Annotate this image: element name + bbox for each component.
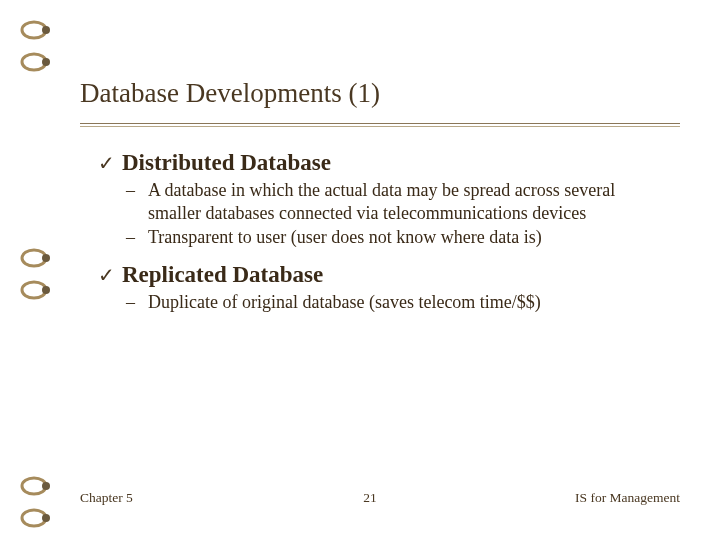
sub-list: – Duplicate of original database (saves … [126, 291, 680, 314]
sub-text: A database in which the actual data may … [148, 179, 668, 225]
checkmark-icon: ✓ [98, 149, 116, 177]
footer-page-number: 21 [240, 490, 500, 506]
topic-heading: Distributed Database [122, 149, 331, 177]
sub-list: – A database in which the actual data ma… [126, 179, 680, 249]
sub-text: Duplicate of original database (saves te… [148, 291, 541, 314]
binder-rings [0, 0, 58, 540]
svg-point-3 [42, 58, 50, 66]
footer-right: IS for Management [500, 490, 680, 506]
svg-point-11 [42, 514, 50, 522]
sub-text: Transparent to user (user does not know … [148, 226, 542, 249]
ring-icon [20, 476, 54, 496]
svg-point-1 [42, 26, 50, 34]
slide-footer: Chapter 5 21 IS for Management [80, 490, 680, 506]
sub-item: – Transparent to user (user does not kno… [126, 226, 680, 249]
sub-item: – A database in which the actual data ma… [126, 179, 680, 225]
sub-item: – Duplicate of original database (saves … [126, 291, 680, 314]
checkmark-icon: ✓ [98, 261, 116, 289]
svg-point-7 [42, 286, 50, 294]
title-rule [80, 123, 680, 124]
title-rule-shadow [80, 126, 680, 127]
footer-left: Chapter 5 [80, 490, 240, 506]
dash-icon: – [126, 226, 140, 249]
topic-item: ✓ Distributed Database [98, 149, 680, 177]
slide-title: Database Developments (1) [80, 78, 680, 109]
svg-point-5 [42, 254, 50, 262]
ring-icon [20, 52, 54, 72]
dash-icon: – [126, 179, 140, 202]
ring-icon [20, 248, 54, 268]
ring-icon [20, 20, 54, 40]
svg-point-9 [42, 482, 50, 490]
slide-content: Database Developments (1) ✓ Distributed … [80, 78, 680, 326]
topic-heading: Replicated Database [122, 261, 323, 289]
ring-icon [20, 508, 54, 528]
ring-icon [20, 280, 54, 300]
topic-item: ✓ Replicated Database [98, 261, 680, 289]
dash-icon: – [126, 291, 140, 314]
